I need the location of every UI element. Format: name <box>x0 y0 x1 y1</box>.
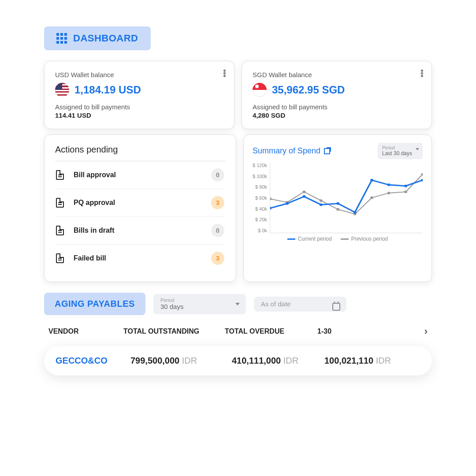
assigned-value: 114.41 USD <box>55 112 223 119</box>
spend-chart: $ 120k$ 100k$ 80k$ 60k$ 40k$ 20k$ 0k <box>253 163 423 233</box>
aging-payables-title: AGING PAYABLES <box>44 293 145 315</box>
aging-period-selector[interactable]: Period 30 days <box>153 294 246 314</box>
svg-point-3 <box>320 199 323 202</box>
dashboard-header[interactable]: DASHBOARD <box>44 26 151 50</box>
dashboard-title: DASHBOARD <box>73 33 138 44</box>
action-label: Bill approval <box>74 171 201 179</box>
range1-amount: 100,021,110 IDR <box>324 356 420 366</box>
assigned-value: 4,280 SGD <box>253 112 421 119</box>
assigned-label: Assigned to bill payments <box>55 103 223 111</box>
spend-title-link[interactable]: Summary of Spend <box>253 146 330 156</box>
document-icon <box>56 198 64 208</box>
actions-title: Actions pending <box>55 145 225 161</box>
count-badge: 3 <box>211 196 224 209</box>
wallet-card-usd: ••• USD Wallet balance 1,184.19 USD Assi… <box>44 61 234 129</box>
svg-point-17 <box>387 183 390 186</box>
chevron-down-icon <box>416 148 419 150</box>
count-badge: 0 <box>211 224 224 237</box>
action-row[interactable]: Bills in draft0 <box>55 217 225 245</box>
calendar-icon <box>332 303 340 311</box>
wallet-balance: 35,962.95 SGD <box>272 84 345 96</box>
svg-point-8 <box>404 190 407 193</box>
document-icon <box>56 226 64 235</box>
svg-point-15 <box>353 211 357 214</box>
svg-point-18 <box>404 185 407 187</box>
svg-point-12 <box>302 195 305 198</box>
svg-point-11 <box>286 202 289 205</box>
svg-point-2 <box>302 190 305 193</box>
svg-point-6 <box>370 197 373 199</box>
svg-point-4 <box>336 208 339 211</box>
assigned-label: Assigned to bill payments <box>253 103 421 111</box>
col-overdue: TOTAL OVERDUE <box>225 327 317 335</box>
aging-row[interactable]: GECCO&CO799,500,000 IDR410,111,000 IDR10… <box>44 346 432 376</box>
action-label: Bills in draft <box>74 227 201 234</box>
svg-point-14 <box>336 202 339 205</box>
wallet-title: USD Wallet balance <box>55 71 223 78</box>
more-menu-icon[interactable]: ••• <box>223 69 226 77</box>
svg-point-0 <box>270 197 271 200</box>
action-label: PQ approval <box>74 199 201 207</box>
wallet-card-sgd: ••• SGD Wallet balance 35,962.95 SGD Ass… <box>242 61 432 129</box>
chart-legend: Current period Previous period <box>253 236 423 242</box>
document-icon <box>56 170 64 180</box>
more-menu-icon[interactable]: ••• <box>420 69 424 77</box>
svg-point-7 <box>387 192 390 194</box>
col-outstanding: TOTAL OUTSTANDING <box>123 327 225 335</box>
scroll-right-icon[interactable]: › <box>420 326 428 337</box>
svg-point-16 <box>370 179 373 182</box>
col-range1: 1-30 <box>317 327 420 335</box>
count-badge: 3 <box>211 252 224 265</box>
flag-sg-icon <box>253 83 267 97</box>
external-link-icon <box>324 148 330 154</box>
wallet-title: SGD Wallet balance <box>253 71 421 78</box>
col-vendor: VENDOR <box>48 327 123 335</box>
action-row[interactable]: PQ approval3 <box>55 189 225 217</box>
chevron-down-icon <box>235 303 240 305</box>
svg-point-13 <box>320 203 323 206</box>
count-badge: 0 <box>211 168 224 182</box>
period-selector[interactable]: Period Last 30 days <box>378 143 423 159</box>
apps-grid-icon <box>56 33 67 44</box>
outstanding-amount: 799,500,000 IDR <box>130 356 232 366</box>
wallet-balance: 1,184.19 USD <box>74 84 141 96</box>
actions-pending-card: Actions pending Bill approval0PQ approva… <box>44 134 236 282</box>
summary-spend-card: Summary of Spend Period Last 30 days $ 1… <box>243 134 432 282</box>
aging-table-header: VENDOR TOTAL OUTSTANDING TOTAL OVERDUE 1… <box>44 323 432 340</box>
flag-us-icon <box>55 83 69 97</box>
action-label: Failed bill <box>74 254 201 262</box>
action-row[interactable]: Bill approval0 <box>55 161 225 189</box>
vendor-name: GECCO&CO <box>56 356 130 366</box>
document-icon <box>56 253 64 263</box>
action-row[interactable]: Failed bill3 <box>55 245 225 272</box>
asof-date-input[interactable]: As of date <box>254 297 346 312</box>
overdue-amount: 410,111,000 IDR <box>232 356 324 366</box>
